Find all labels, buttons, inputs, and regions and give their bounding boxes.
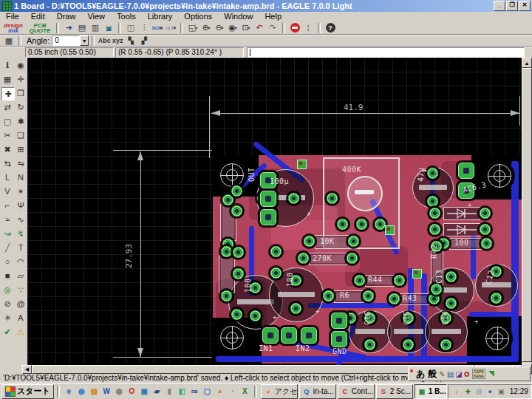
scroll-up-button[interactable]: ▲ bbox=[522, 58, 532, 68]
task-button-3[interactable]: S2 Sc... bbox=[376, 384, 413, 399]
tool-mark[interactable]: ✛ bbox=[15, 73, 27, 85]
silkscreen-label[interactable]: R6 bbox=[340, 291, 349, 299]
tool-optimize[interactable]: ≈ bbox=[1, 214, 13, 225]
silkscreen-label[interactable]: C15 bbox=[403, 310, 411, 325]
through-hole-pad[interactable] bbox=[231, 309, 242, 320]
menu-library[interactable]: Library bbox=[142, 12, 179, 21]
tray-icon-0[interactable]: ♪ bbox=[452, 386, 462, 396]
tool-paste[interactable]: ❏ bbox=[15, 129, 27, 141]
minimize-button[interactable]: _ bbox=[494, 1, 505, 11]
through-hole-pad[interactable] bbox=[375, 219, 386, 230]
quicklaunch-icon-9[interactable]: ◧ bbox=[177, 386, 188, 397]
through-hole-pad[interactable] bbox=[270, 267, 282, 279]
silkscreen-label[interactable]: R44 bbox=[368, 276, 383, 284]
tool-name[interactable]: N bbox=[15, 171, 27, 183]
connector-pad[interactable] bbox=[260, 191, 276, 207]
quicklaunch-icon-8[interactable]: ▮ bbox=[164, 386, 175, 397]
through-hole-pad[interactable] bbox=[337, 219, 348, 230]
ime-tool-icon-3[interactable]: ✿ bbox=[464, 370, 470, 378]
tool-split[interactable]: Ψ bbox=[15, 200, 27, 211]
dimension-width-label[interactable]: 41.9 bbox=[344, 103, 364, 112]
through-hole-pad[interactable] bbox=[429, 293, 440, 304]
cam-processor-button[interactable]: ◫ bbox=[125, 23, 137, 33]
silkscreen-label[interactable]: 47μ bbox=[417, 167, 425, 182]
vertical-scroll-thumb[interactable] bbox=[522, 68, 532, 362]
tool-show[interactable]: ◉ bbox=[15, 59, 27, 71]
through-hole-pad[interactable] bbox=[394, 275, 405, 286]
tool-delete[interactable]: ✖ bbox=[1, 143, 13, 155]
run-ulp-button[interactable]: ULP▾ bbox=[165, 23, 177, 33]
through-hole-pad[interactable] bbox=[427, 196, 438, 207]
silkscreen-label[interactable]: 100 bbox=[454, 239, 469, 247]
tool-lock[interactable]: L bbox=[1, 171, 13, 183]
menu-draw[interactable]: Draw bbox=[51, 12, 82, 21]
tool-ripup[interactable]: ↯ bbox=[15, 228, 27, 239]
tray-icon-1[interactable]: ✚ bbox=[463, 386, 473, 396]
through-hole-pad[interactable] bbox=[364, 339, 375, 350]
tool-hole[interactable]: ⊘ bbox=[1, 298, 13, 310]
through-hole-pad[interactable] bbox=[356, 219, 367, 230]
tool-pinswap[interactable]: ⇆ bbox=[1, 157, 13, 169]
silkscreen-label[interactable]: C13 bbox=[435, 269, 443, 284]
through-hole-pad[interactable] bbox=[429, 224, 440, 235]
connector-pad[interactable] bbox=[331, 313, 347, 329]
help-button[interactable]: ? bbox=[324, 23, 336, 33]
open-button[interactable]: ➜ bbox=[63, 23, 75, 33]
menu-tools[interactable]: Tools bbox=[111, 12, 142, 21]
quicklaunch-icon-6[interactable]: ▣ bbox=[139, 386, 150, 397]
tool-auto[interactable]: A bbox=[15, 312, 27, 324]
through-hole-pad[interactable] bbox=[233, 247, 244, 258]
quicklaunch-icon-14[interactable]: X bbox=[239, 386, 250, 397]
mounting-hole[interactable] bbox=[216, 322, 248, 353]
quicklaunch-icon-3[interactable]: W bbox=[101, 386, 112, 397]
through-hole-pad[interactable] bbox=[354, 275, 365, 286]
quicklaunch-icon-0[interactable]: e bbox=[64, 386, 75, 397]
quicklaunch-icon-11[interactable]: ▢ bbox=[202, 386, 213, 397]
silkscreen-label[interactable]: OUT bbox=[248, 167, 256, 182]
copper-trace[interactable] bbox=[469, 312, 515, 317]
menu-options[interactable]: Options bbox=[178, 12, 218, 21]
mounting-hole[interactable] bbox=[482, 323, 513, 354]
through-hole-pad[interactable] bbox=[250, 310, 261, 321]
silkscreen-label[interactable]: 10K bbox=[320, 237, 335, 245]
zoom-fit-button[interactable]: ◱▾ bbox=[187, 23, 199, 33]
via[interactable] bbox=[412, 269, 422, 279]
silkscreen-label[interactable]: 400K bbox=[342, 166, 361, 174]
zoom-out-button[interactable]: ⊖▾ bbox=[214, 23, 225, 33]
mounting-hole[interactable] bbox=[216, 160, 248, 191]
silkscreen-label[interactable]: IN2 bbox=[296, 344, 310, 352]
silkscreen-label[interactable]: C16 bbox=[364, 310, 372, 325]
ime-tool-icon-0[interactable]: ✎ bbox=[439, 370, 445, 378]
menu-file[interactable]: File bbox=[0, 12, 25, 21]
through-hole-pad[interactable] bbox=[446, 271, 457, 282]
through-hole-pad[interactable] bbox=[481, 238, 492, 249]
restore-button[interactable]: ❐ bbox=[506, 1, 518, 11]
ime-toolbar[interactable]: あ 般 ✎▤◪✿ CAPSKANA bbox=[408, 366, 531, 381]
tool-meander[interactable]: ∿ bbox=[15, 214, 27, 225]
tool-mirror[interactable]: ⇄ bbox=[1, 101, 13, 113]
tool-move[interactable]: ✚ bbox=[1, 87, 15, 100]
command-input[interactable] bbox=[247, 47, 525, 58]
copper-trace[interactable] bbox=[511, 161, 519, 359]
start-button[interactable]: スタート bbox=[1, 384, 54, 399]
connector-pad[interactable] bbox=[262, 327, 279, 344]
via[interactable] bbox=[385, 225, 395, 235]
quicklaunch-icon-7[interactable]: ▰ bbox=[151, 386, 163, 397]
silkscreen-label[interactable]: IN1 bbox=[259, 344, 273, 352]
script-button[interactable]: SCR▾ bbox=[151, 23, 163, 33]
taskbar-clock[interactable]: 12:29 bbox=[510, 387, 528, 395]
through-hole-pad[interactable] bbox=[440, 339, 451, 350]
through-hole-pad[interactable] bbox=[347, 253, 358, 264]
scroll-left-button[interactable]: ◀ bbox=[22, 365, 32, 374]
quicklaunch-icon-10[interactable]: DB bbox=[189, 386, 200, 397]
tool-rotate[interactable]: ↻ bbox=[15, 101, 27, 113]
through-hole-pad[interactable] bbox=[222, 194, 233, 205]
redo-button[interactable]: ↷ bbox=[267, 23, 279, 33]
dimension-line-h[interactable] bbox=[211, 113, 519, 114]
ime-tool-icon-1[interactable]: ▤ bbox=[447, 370, 454, 378]
through-hole-pad[interactable] bbox=[288, 193, 299, 204]
tool-polygon[interactable]: ▱ bbox=[15, 270, 27, 282]
tool-attribute[interactable]: @ bbox=[15, 298, 27, 310]
undo-button[interactable]: ↶ bbox=[253, 23, 265, 33]
names-on-button[interactable]: Abc bbox=[98, 35, 110, 46]
